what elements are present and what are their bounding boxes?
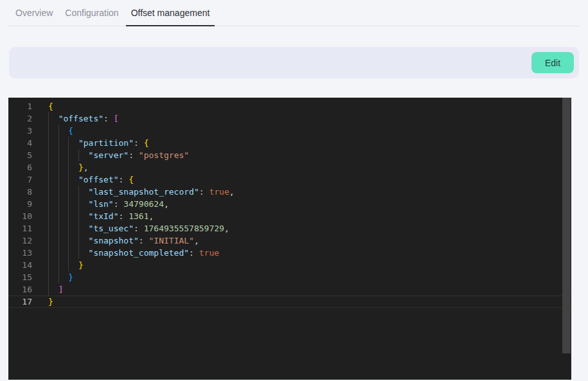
code-token: , <box>194 235 199 247</box>
code-token: : <box>119 210 129 222</box>
line-number: 7 <box>8 173 32 186</box>
code-token: "snapshot_completed" <box>89 247 190 259</box>
code-line[interactable]: 10"txId": 1361, <box>8 210 571 222</box>
indent-guide <box>48 271 58 283</box>
line-number: 1 <box>8 100 32 112</box>
indent-guide <box>58 210 69 222</box>
code-token: : <box>134 137 144 149</box>
code-content: "ts_usec": 1764935557859729, <box>48 222 229 235</box>
indent-guide <box>68 210 78 222</box>
code-line[interactable]: 1{ <box>8 100 571 112</box>
indent-guide <box>78 235 89 247</box>
code-content: "offset": { <box>48 173 134 186</box>
toolbar: Edit <box>9 47 579 78</box>
indent-guide <box>48 283 58 296</box>
code-line[interactable]: 17} <box>8 296 571 308</box>
code-token: : <box>139 235 149 247</box>
code-content: "snapshot": "INITIAL", <box>48 235 199 247</box>
indent-guide <box>68 259 78 271</box>
code-token: "server" <box>89 149 129 161</box>
indent-guide <box>78 149 89 161</box>
code-content: ] <box>48 283 63 296</box>
code-content: "last_snapshot_record": true, <box>48 186 235 198</box>
indent-guide <box>58 186 69 198</box>
line-number: 6 <box>8 161 32 173</box>
code-token: "snapshot" <box>89 235 139 247</box>
indent-guide <box>48 161 58 173</box>
code-token: true <box>209 186 229 198</box>
code-content: "txId": 1361, <box>48 210 154 222</box>
code-line[interactable]: 13"snapshot_completed": true <box>8 247 571 259</box>
indent-guide <box>48 149 58 161</box>
code-content: "partition": { <box>48 137 149 149</box>
edit-button[interactable]: Edit <box>531 52 574 73</box>
code-token: : <box>114 198 124 210</box>
indent-guide <box>68 149 78 161</box>
indent-guide <box>48 210 58 222</box>
code-token: : <box>189 247 199 259</box>
line-number: 10 <box>8 210 32 222</box>
code-token: , <box>229 186 235 198</box>
indent-guide <box>68 235 78 247</box>
code-token: , <box>84 161 89 173</box>
tab-overview[interactable]: Overview <box>10 0 58 26</box>
indent-guide <box>58 271 69 283</box>
code-line[interactable]: 14} <box>8 259 571 271</box>
code-token: : <box>129 149 139 161</box>
code-lines: 1{2"offsets": [3{4"partition": {5"server… <box>8 98 571 308</box>
code-token: } <box>78 161 84 173</box>
code-token: "last_snapshot_record" <box>89 186 199 198</box>
indent-guide <box>58 235 69 247</box>
indent-guide <box>48 235 58 247</box>
code-line[interactable]: 16] <box>8 283 571 296</box>
code-line[interactable]: 11"ts_usec": 1764935557859729, <box>8 222 571 235</box>
line-number: 15 <box>8 271 32 283</box>
indent-guide <box>58 125 69 137</box>
line-number: 5 <box>8 149 32 161</box>
code-token: "ts_usec" <box>89 222 134 235</box>
line-number: 9 <box>8 198 32 210</box>
code-line[interactable]: 3{ <box>8 125 571 137</box>
indent-guide <box>48 247 58 259</box>
code-content: { <box>48 100 53 112</box>
code-content: } <box>48 259 84 271</box>
indent-guide <box>68 173 78 186</box>
indent-guide <box>68 198 78 210</box>
tab-configuration[interactable]: Configuration <box>60 0 123 26</box>
code-line[interactable]: 5"server": "postgres" <box>8 149 571 161</box>
indent-guide <box>48 222 58 235</box>
code-content: }, <box>48 161 89 173</box>
code-line[interactable]: 2"offsets": [ <box>8 112 571 125</box>
code-token: : <box>103 112 114 125</box>
json-editor[interactable]: 1{2"offsets": [3{4"partition": {5"server… <box>8 98 571 380</box>
editor-scrollbar[interactable] <box>562 98 571 380</box>
code-content: } <box>48 296 53 308</box>
code-line[interactable]: 4"partition": { <box>8 137 571 149</box>
code-token: "txId" <box>89 210 119 222</box>
code-token: : <box>119 173 129 186</box>
indent-guide <box>48 125 58 137</box>
code-token: } <box>48 296 53 308</box>
line-number: 3 <box>8 125 32 137</box>
code-line[interactable]: 12"snapshot": "INITIAL", <box>8 235 571 247</box>
code-line[interactable]: 8"last_snapshot_record": true, <box>8 186 571 198</box>
code-line[interactable]: 6}, <box>8 161 571 173</box>
tab-offset-management[interactable]: Offset management <box>126 0 215 26</box>
line-number: 8 <box>8 186 32 198</box>
indent-guide <box>58 259 69 271</box>
code-content: "lsn": 34790624, <box>48 198 169 210</box>
scrollbar-thumb[interactable] <box>562 98 571 353</box>
indent-guide <box>78 222 89 235</box>
code-token: "offsets" <box>58 112 103 125</box>
code-line[interactable]: 9"lsn": 34790624, <box>8 198 571 210</box>
indent-guide <box>48 198 58 210</box>
indent-guide <box>48 259 58 271</box>
indent-guide <box>68 186 78 198</box>
code-line[interactable]: 7"offset": { <box>8 173 571 186</box>
code-token: true <box>199 247 219 259</box>
code-token: { <box>68 125 73 137</box>
code-token: : <box>134 222 144 235</box>
line-number: 16 <box>8 283 32 296</box>
indent-guide <box>68 137 78 149</box>
code-line[interactable]: 15} <box>8 271 571 283</box>
